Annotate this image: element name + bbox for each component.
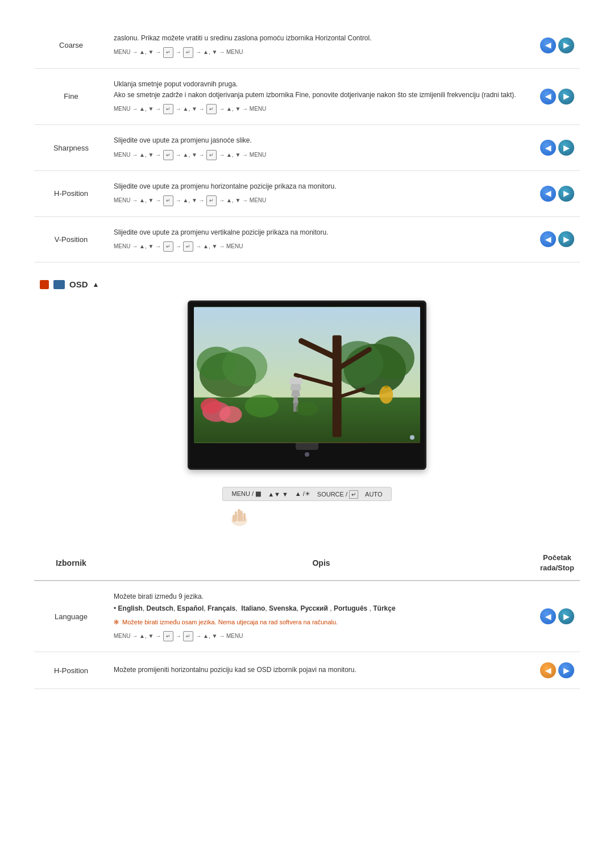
svg-point-20 (201, 398, 221, 414)
row-label-hposition: H-Position (34, 170, 108, 216)
svg-point-19 (219, 406, 242, 423)
menu-label: MENU / ▦ (232, 490, 262, 498)
row-label-sharpness: Sharpness (34, 125, 108, 171)
menu-path-language: MENU → ▲, ▼ → ↵ → ↵ → ▲, ▼ → MENU (114, 631, 529, 641)
table-row: Coarse zaslonu. Prikaz možete vratiti u … (34, 23, 580, 68)
button-group: ◀ ▶ (540, 231, 574, 247)
button-group: ◀ ▶ (540, 186, 574, 202)
menu-path-fine: MENU → ▲, ▼ → ↵ → ▲, ▼ → ↵ → ▲, ▼ → MENU (114, 104, 529, 114)
button-group: ◀ ▶ (540, 662, 574, 678)
row-label-coarse: Coarse (34, 23, 108, 68)
svg-point-21 (379, 386, 393, 404)
auto-label: AUTO (365, 491, 382, 498)
prev-button[interactable]: ◀ (540, 662, 556, 678)
header-izbornik: Izbornik (34, 546, 108, 581)
svg-marker-16 (289, 378, 302, 384)
row-desc-vposition: Slijedite ove upute za promjenu vertikal… (108, 216, 534, 262)
svg-point-23 (245, 395, 279, 418)
controls-bar: MENU / ▦ ▲▼ ▼ ▲ /☀ SOURCE / ↵ AUTO (222, 487, 392, 501)
menu-path-coarse: MENU → ▲, ▼ → ↵ → ↵ → ▲, ▼ → MENU (114, 47, 529, 57)
table-row: V-Position Slijedite ove upute za promje… (34, 216, 580, 262)
svg-marker-15 (290, 384, 301, 390)
button-group: ◀ ▶ (540, 140, 574, 156)
button-group: ◀ ▶ (540, 608, 574, 624)
table-row: H-Position Slijedite ove upute za promje… (34, 170, 580, 216)
svg-rect-30 (233, 515, 235, 522)
svg-point-4 (222, 347, 268, 386)
prev-button[interactable]: ◀ (540, 231, 556, 247)
row-label-hposition-osd: H-Position (34, 652, 108, 689)
row-buttons-coarse: ◀ ▶ (534, 23, 580, 68)
prev-button[interactable]: ◀ (540, 140, 556, 156)
brightness-nav-label: ▲▼ ▼ (268, 491, 288, 498)
row-buttons-language: ◀ ▶ (534, 581, 580, 652)
header-pocetak: Početak rada/Stop (534, 546, 580, 581)
row-desc-hposition: Slijedite ove upute za promjenu horizont… (108, 170, 534, 216)
table-row: H-Position Možete promijeniti horizontal… (34, 652, 580, 689)
table-header-row: Izbornik Opis Početak rada/Stop (34, 546, 580, 581)
hand-icon-wrapper (228, 504, 251, 529)
prev-button[interactable]: ◀ (540, 37, 556, 53)
row-label-vposition: V-Position (34, 216, 108, 262)
prev-button[interactable]: ◀ (540, 186, 556, 202)
menu-path-hposition: MENU → ▲, ▼ → ↵ → ▲, ▼ → ↵ → ▲, ▼ → MENU (114, 195, 529, 206)
osd-arrow-icon: ▲ (93, 281, 99, 289)
menu-path-vposition: MENU → ▲, ▼ → ↵ → ↵ → ▲, ▼ → MENU (114, 241, 529, 252)
row-label-language: Language (34, 581, 108, 652)
row-desc-coarse: zaslonu. Prikaz možete vratiti u sredinu… (108, 23, 534, 68)
languages-list: • English, Deutsch, Español, Français, I… (114, 603, 529, 614)
row-desc-language: Možete birati između 9 jezika. • English… (108, 581, 534, 652)
next-button[interactable]: ▶ (558, 140, 574, 156)
next-button[interactable]: ▶ (558, 662, 574, 678)
prev-button[interactable]: ◀ (540, 608, 556, 624)
table-row: Sharpness Slijedite ove upute za promjen… (34, 125, 580, 171)
row-desc-fine: Uklanja smetnje poput vodoravnih pruga. … (108, 68, 534, 125)
hand-icon (228, 504, 251, 527)
top-settings-table: Coarse zaslonu. Prikaz možete vratiti u … (34, 23, 580, 262)
warning-icon: ✻ (114, 619, 119, 625)
prev-button[interactable]: ◀ (540, 89, 556, 105)
monitor-screen (194, 307, 420, 443)
osd-section-header: OSD ▲ (34, 279, 580, 289)
menu-path-sharpness: MENU → ▲, ▼ → ↵ → ▲, ▼ → ↵ → ▲, ▼ → MENU (114, 150, 529, 160)
table-row: Fine Uklanja smetnje poput vodoravnih pr… (34, 68, 580, 125)
monitor-frame (188, 301, 426, 470)
row-label-fine: Fine (34, 68, 108, 125)
next-button[interactable]: ▶ (558, 186, 574, 202)
monitor-base-dot (305, 452, 309, 457)
osd-red-icon (40, 280, 49, 289)
osd-title: OSD (69, 279, 88, 289)
table-row: Language Možete birati između 9 jezika. … (34, 581, 580, 652)
row-desc-hposition-osd: Možete promijeniti horizontalnu poziciju… (108, 652, 534, 689)
monitor-image-wrapper (34, 301, 580, 470)
row-buttons-vposition: ◀ ▶ (534, 216, 580, 262)
row-buttons-hposition: ◀ ▶ (534, 170, 580, 216)
row-buttons-fine: ◀ ▶ (534, 68, 580, 125)
button-group: ◀ ▶ (540, 89, 574, 105)
row-desc-sharpness: Slijedite ove upute za promjenu jasnoće … (108, 125, 534, 171)
row-buttons-sharpness: ◀ ▶ (534, 125, 580, 171)
svg-point-24 (296, 402, 318, 416)
header-opis: Opis (108, 546, 534, 581)
monitor-stand (296, 443, 318, 450)
next-button[interactable]: ▶ (558, 231, 574, 247)
svg-rect-22 (384, 386, 388, 388)
svg-rect-28 (240, 511, 243, 521)
svg-rect-26 (238, 509, 240, 521)
bottom-settings-table: Izbornik Opis Početak rada/Stop Language… (34, 546, 580, 689)
garden-scene (194, 307, 420, 443)
source-label: SOURCE / ↵ (317, 491, 358, 498)
button-group: ◀ ▶ (540, 37, 574, 53)
next-button[interactable]: ▶ (558, 89, 574, 105)
svg-rect-29 (243, 513, 246, 521)
next-button[interactable]: ▶ (558, 37, 574, 53)
svg-marker-14 (291, 390, 300, 397)
brightness-label: ▲ /☀ (295, 490, 310, 498)
language-warning: ✻ Možete birati između osam jezika. Nema… (114, 617, 529, 628)
next-button[interactable]: ▶ (558, 608, 574, 624)
row-buttons-hposition-osd: ◀ ▶ (534, 652, 580, 689)
osd-blue-icon (53, 280, 65, 289)
controls-bar-wrapper: MENU / ▦ ▲▼ ▼ ▲ /☀ SOURCE / ↵ AUTO (34, 487, 580, 529)
